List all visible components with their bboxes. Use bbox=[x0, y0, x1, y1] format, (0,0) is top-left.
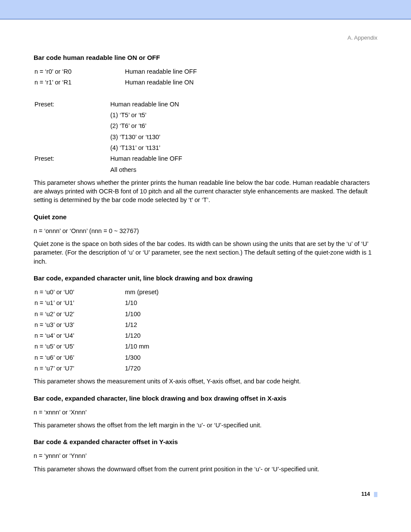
unit-row: n = ‘u7’ or ‘U7’1/720 bbox=[34, 364, 377, 373]
yoff-paragraph: This parameter shows the downward offset… bbox=[34, 465, 377, 473]
unit-row: n = ‘u6’ or ‘U6’1/300 bbox=[34, 353, 377, 362]
unit-key: n = ‘u2’ or ‘U2’ bbox=[34, 310, 125, 318]
def-val: Human readable line ON bbox=[125, 78, 377, 87]
page-number: 114 bbox=[34, 491, 377, 498]
unit-key: n = ‘u0’ or ‘U0’ bbox=[34, 288, 125, 296]
unit-row: n = ‘u0’ or ‘U0’mm (preset) bbox=[34, 288, 377, 296]
unit-val: mm (preset) bbox=[125, 288, 377, 296]
unit-key: n = ‘u6’ or ‘U6’ bbox=[34, 353, 125, 362]
def-val: Human readable line OFF bbox=[125, 67, 377, 76]
quiet-paragraph: Quiet zone is the space on both sides of… bbox=[34, 240, 377, 266]
xoff-paragraph: This parameter shows the offset from the… bbox=[34, 421, 377, 429]
preset-value: Human readable line ON bbox=[110, 100, 377, 109]
preset-value: Human readable line OFF bbox=[110, 154, 377, 163]
unit-val: 1/720 bbox=[125, 364, 377, 373]
preset-sub: (4) ‘T131’ or ‘t131’ bbox=[110, 143, 377, 152]
heading-x-offset: Bar code, expanded character, line block… bbox=[34, 394, 377, 403]
def-key: n = ‘r0’ or ‘R0 bbox=[34, 67, 125, 76]
preset-label: Preset: bbox=[34, 154, 110, 163]
unit-row: n = ‘u3’ or ‘U3’1/12 bbox=[34, 320, 377, 329]
hrl-paragraph: This parameter shows whether the printer… bbox=[34, 178, 377, 205]
preset-sub: All others bbox=[110, 165, 377, 174]
unit-val: 1/300 bbox=[125, 353, 377, 362]
unit-val: 1/120 bbox=[125, 331, 377, 340]
unit-val: 1/100 bbox=[125, 310, 377, 318]
unit-val: 1/12 bbox=[125, 320, 377, 329]
unit-key: n = ‘u4’ or ‘U4’ bbox=[34, 331, 125, 340]
heading-unit: Bar code, expanded character unit, line … bbox=[34, 274, 377, 283]
page-number-tab-icon bbox=[374, 492, 377, 497]
unit-row: n = ‘u4’ or ‘U4’1/120 bbox=[34, 331, 377, 340]
preset-sub: (3) ‘T130’ or ‘t130’ bbox=[110, 133, 377, 141]
unit-paragraph: This parameter shows the measurement uni… bbox=[34, 377, 377, 386]
unit-val: 1/10 mm bbox=[125, 342, 377, 351]
heading-human-readable: Bar code human readable line ON or OFF bbox=[34, 53, 377, 62]
yoff-syntax: n = ‘ynnn’ or ‘Ynnn’ bbox=[34, 451, 377, 460]
page-content: A. Appendix Bar code human readable line… bbox=[0, 19, 411, 511]
unit-row: n = ‘u1’ or ‘U1’1/10 bbox=[34, 299, 377, 307]
unit-definitions: n = ‘u0’ or ‘U0’mm (preset) n = ‘u1’ or … bbox=[34, 288, 377, 373]
hrl-definitions: n = ‘r0’ or ‘R0 Human readable line OFF … bbox=[34, 67, 377, 87]
unit-key: n = ‘u7’ or ‘U7’ bbox=[34, 364, 125, 373]
preset-label: Preset: bbox=[34, 100, 110, 109]
unit-key: n = ‘u1’ or ‘U1’ bbox=[34, 299, 125, 307]
unit-row: n = ‘u5’ or ‘U5’1/10 mm bbox=[34, 342, 377, 351]
unit-key: n = ‘u5’ or ‘U5’ bbox=[34, 342, 125, 351]
quiet-syntax: n = ‘onnn’ or ‘Onnn’ (nnn = 0 ~ 32767) bbox=[34, 227, 377, 235]
header-band bbox=[0, 0, 411, 19]
unit-row: n = ‘u2’ or ‘U2’1/100 bbox=[34, 310, 377, 318]
preset-sub: (1) ‘T5’ or ‘t5’ bbox=[110, 111, 377, 119]
def-row: n = ‘r0’ or ‘R0 Human readable line OFF bbox=[34, 67, 377, 76]
preset-row: Preset: Human readable line OFF bbox=[34, 154, 377, 163]
page-number-value: 114 bbox=[361, 491, 370, 497]
unit-val: 1/10 bbox=[125, 299, 377, 307]
xoff-syntax: n = ‘xnnn’ or ‘Xnnn’ bbox=[34, 408, 377, 417]
preset-sub: (2) ‘T6’ or ‘t6’ bbox=[110, 121, 377, 130]
def-row: n = ‘r1’ or ‘R1 Human readable line ON bbox=[34, 78, 377, 87]
heading-y-offset: Bar code & expanded character offset in … bbox=[34, 437, 377, 446]
breadcrumb: A. Appendix bbox=[34, 34, 377, 42]
def-key: n = ‘r1’ or ‘R1 bbox=[34, 78, 125, 87]
preset-row: Preset: Human readable line ON bbox=[34, 100, 377, 109]
unit-key: n = ‘u3’ or ‘U3’ bbox=[34, 320, 125, 329]
preset-block-1: Preset: Human readable line ON (1) ‘T5’ … bbox=[34, 100, 377, 174]
heading-quiet-zone: Quiet zone bbox=[34, 212, 377, 221]
